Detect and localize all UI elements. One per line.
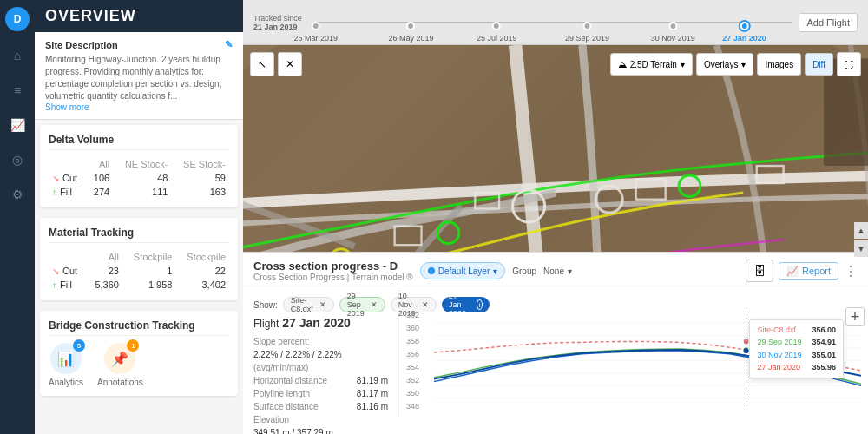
- cut-icon: ↘: [52, 174, 59, 183]
- chart-actions: 🗄 📈 Report ⋮: [746, 260, 858, 282]
- sidebar-icon-settings[interactable]: ⚙: [7, 184, 28, 205]
- delta-volume-table: All NE Stock- SE Stock- ↘Cut 106 48 59 ↑…: [49, 157, 229, 199]
- timeline-dot: [312, 22, 320, 30]
- slope-row: Slope percent:: [253, 337, 388, 346]
- annotations-badge: 1: [127, 339, 139, 352]
- left-panel: OVERVIEW Site Description ✎ Monitoring H…: [35, 0, 243, 434]
- timeline-dot-active: [740, 22, 749, 30]
- mt-cut-all: 23: [86, 264, 122, 278]
- dv-fill-ne: 111: [113, 185, 171, 199]
- site-tag[interactable]: Site-C8.dxf ✕: [283, 297, 334, 312]
- default-layer-tag[interactable]: Default Layer ▾: [420, 262, 505, 279]
- chart-title: Cross section progress - D: [253, 260, 413, 273]
- expand-button[interactable]: ⛶: [837, 52, 861, 76]
- database-button[interactable]: 🗄: [746, 260, 773, 282]
- bridge-items: 📊 5 Analytics 📌 1 Annotations: [49, 343, 229, 387]
- chart-plot-area: 362 360 358 356 354 352 350 348: [399, 290, 868, 418]
- poly-row: Polyline length 81.17 m: [253, 389, 388, 398]
- collapse-toggle[interactable]: ▲ ▼: [854, 222, 868, 257]
- date-tag-0[interactable]: 29 Sep 2019 ✕: [339, 297, 385, 312]
- chart-subtitle: Cross Section Progress | Terrain model ®: [253, 273, 413, 282]
- timeline-dot: [492, 22, 501, 30]
- site-description-text: Monitoring Highway-Junction. 2 years bui…: [45, 54, 233, 102]
- timeline-node-5[interactable]: 27 Jan 2020: [722, 22, 766, 43]
- surf-row: Surface distance 81.16 m: [253, 402, 388, 411]
- tooltip-row-date3: 27 Jan 2020 355.96: [757, 361, 836, 373]
- panel-header: OVERVIEW: [35, 0, 243, 32]
- pan-button[interactable]: ✕: [278, 52, 302, 76]
- panel-title: OVERVIEW: [45, 7, 136, 25]
- cursor-button[interactable]: ↖: [250, 52, 274, 76]
- main-area: Tracked since 21 Jan 2019 25 Mar 2019 26…: [243, 0, 868, 434]
- timeline-date-3: 29 Sep 2019: [565, 34, 609, 43]
- analytics-icon-circle: 📊 5: [50, 343, 82, 374]
- collapse-up-icon[interactable]: ▲: [854, 222, 868, 239]
- chart-tooltip: Site-C8.dxf 356.00 29 Sep 2019 354.91 30…: [749, 319, 844, 378]
- hdist-row: Horizontal distance 81.19 m: [253, 376, 388, 385]
- annotations-label: Annotations: [97, 378, 143, 387]
- timeline-node-3[interactable]: 29 Sep 2019: [565, 22, 609, 43]
- app-logo[interactable]: D: [5, 7, 30, 31]
- analytics-label: Analytics: [49, 378, 83, 387]
- timeline-dot: [582, 22, 591, 30]
- material-tracking-table: All Stockpile Stockpile ↘Cut 23 1 22 ↑Fi…: [49, 250, 229, 292]
- close-icon[interactable]: ✕: [319, 300, 326, 309]
- tooltip-row-date1: 29 Sep 2019 354.91: [757, 336, 836, 348]
- timeline-date-1: 26 May 2019: [388, 34, 433, 43]
- sidebar-icon-layers[interactable]: ≡: [7, 80, 28, 101]
- map-container[interactable]: ↖ ✕ ⛰ 2.5D Terrain ▾ Overlays ▾ Images D…: [243, 45, 868, 434]
- mt-col-sp1: Stockpile: [122, 250, 176, 264]
- timeline-dot: [668, 22, 677, 30]
- bridge-annotations-item[interactable]: 📌 1 Annotations: [97, 343, 143, 387]
- chevron-down-icon: ▾: [568, 266, 572, 276]
- diff-button[interactable]: Diff: [805, 53, 833, 76]
- dv-fill-label: ↑Fill: [49, 185, 86, 199]
- collapse-down-icon[interactable]: ▼: [854, 240, 868, 257]
- add-flight-chart-button[interactable]: +: [845, 307, 865, 326]
- mt-cut-sp1: 1: [122, 264, 176, 278]
- terrain-button[interactable]: ⛰ 2.5D Terrain ▾: [610, 53, 693, 76]
- show-label: Show:: [253, 300, 278, 310]
- timeline: Tracked since 21 Jan 2019 25 Mar 2019 26…: [243, 0, 868, 45]
- delta-volume-section: Delta Volume All NE Stock- SE Stock- ↘Cu…: [40, 125, 238, 207]
- y-label-0: 362: [406, 311, 431, 319]
- sidebar-icon-map[interactable]: ◎: [7, 149, 28, 170]
- report-button[interactable]: 📈 Report: [779, 262, 838, 280]
- overlays-button[interactable]: Overlays ▾: [696, 53, 753, 76]
- chevron-down-icon: ▾: [741, 60, 746, 69]
- terrain-icon: ⛰: [618, 60, 627, 69]
- show-more-link[interactable]: Show more: [45, 102, 233, 112]
- y-label-2: 358: [406, 337, 431, 345]
- mt-col-sp2: Stockpile: [175, 250, 229, 264]
- images-button[interactable]: Images: [757, 53, 801, 76]
- analytics-badge: 5: [73, 339, 85, 352]
- edit-icon[interactable]: ✎: [225, 39, 233, 50]
- timeline-node-0[interactable]: 25 Mar 2019: [293, 22, 338, 43]
- bridge-analytics-item[interactable]: 📊 5 Analytics: [49, 343, 83, 387]
- y-label-7: 348: [406, 402, 431, 411]
- table-row: ↘Cut 23 1 22: [49, 264, 229, 278]
- dv-col-se: SE Stock-: [171, 157, 229, 171]
- svg-point-23: [744, 339, 749, 345]
- svg-point-26: [744, 348, 749, 353]
- table-row: ↘Cut 106 48 59: [49, 171, 229, 185]
- add-flight-button[interactable]: Add Flight: [799, 13, 858, 32]
- more-menu-button[interactable]: ⋮: [844, 263, 858, 279]
- chart-title-area: Cross section progress - D Cross Section…: [253, 260, 413, 282]
- dv-col-type: [49, 157, 86, 171]
- flight-info-panel: Show: Site-C8.dxf ✕ 29 Sep 2019 ✕ 10 Nov…: [243, 290, 399, 418]
- chevron-down-icon: ▾: [493, 266, 497, 276]
- material-tracking-section: Material Tracking All Stockpile Stockpil…: [40, 218, 238, 300]
- y-label-1: 360: [406, 324, 431, 332]
- timeline-date-2: 25 Jul 2019: [477, 34, 517, 43]
- sidebar-icon-chart[interactable]: 📈: [7, 115, 28, 135]
- dv-cut-ne: 48: [113, 171, 171, 185]
- timeline-node-1[interactable]: 26 May 2019: [388, 22, 433, 43]
- chart-svg-container: Site-C8.dxf 356.00 29 Sep 2019 354.91 30…: [434, 311, 861, 411]
- timeline-node-4[interactable]: 30 Nov 2019: [651, 22, 695, 43]
- sidebar-icon-home[interactable]: ⌂: [7, 45, 28, 66]
- y-label-6: 350: [406, 389, 431, 398]
- close-icon[interactable]: ✕: [371, 300, 378, 309]
- annotations-icon-circle: 📌 1: [104, 343, 135, 374]
- timeline-node-2[interactable]: 25 Jul 2019: [477, 22, 517, 43]
